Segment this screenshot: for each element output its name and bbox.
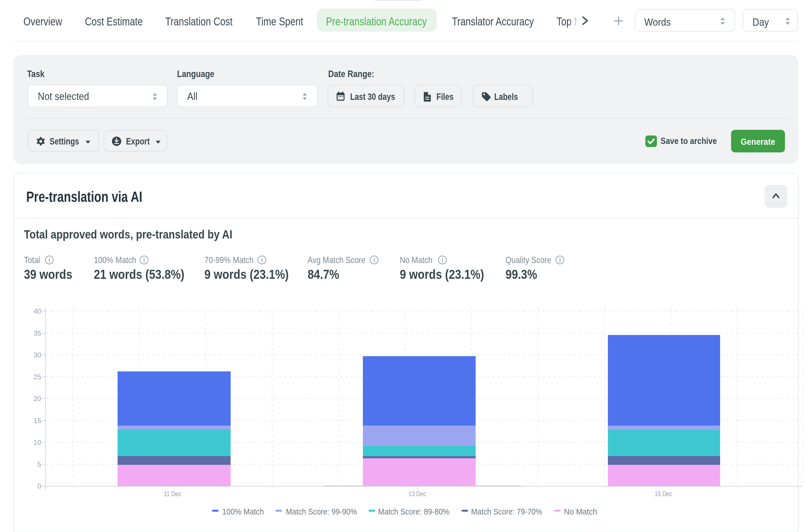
svg-text:13 Dec: 13 Dec xyxy=(408,490,426,498)
svg-text:No Match: No Match xyxy=(564,507,597,516)
svg-text:Match Score: 89-80%: Match Score: 89-80% xyxy=(378,507,449,516)
svg-text:Match Score: 99-90%: Match Score: 99-90% xyxy=(286,507,357,516)
svg-text:0: 0 xyxy=(38,482,41,490)
svg-text:20: 20 xyxy=(33,395,41,403)
svg-text:i: i xyxy=(373,256,375,264)
svg-text:15: 15 xyxy=(33,417,41,424)
svg-text:Match Score: 79-70%: Match Score: 79-70% xyxy=(471,507,542,516)
svg-text:15 Dec: 15 Dec xyxy=(655,490,672,498)
svg-text:i: i xyxy=(261,256,263,264)
svg-text:25: 25 xyxy=(33,373,41,381)
svg-text:5: 5 xyxy=(38,461,41,468)
svg-text:i: i xyxy=(559,256,561,264)
svg-text:30: 30 xyxy=(33,351,41,359)
svg-text:11 Dec: 11 Dec xyxy=(164,490,181,498)
svg-text:i: i xyxy=(441,256,443,264)
svg-text:i: i xyxy=(143,256,145,264)
svg-text:40: 40 xyxy=(33,307,41,315)
svg-text:100% Match: 100% Match xyxy=(222,507,264,516)
svg-text:i: i xyxy=(48,256,50,264)
svg-text:10: 10 xyxy=(33,438,41,446)
svg-text:35: 35 xyxy=(33,330,41,337)
